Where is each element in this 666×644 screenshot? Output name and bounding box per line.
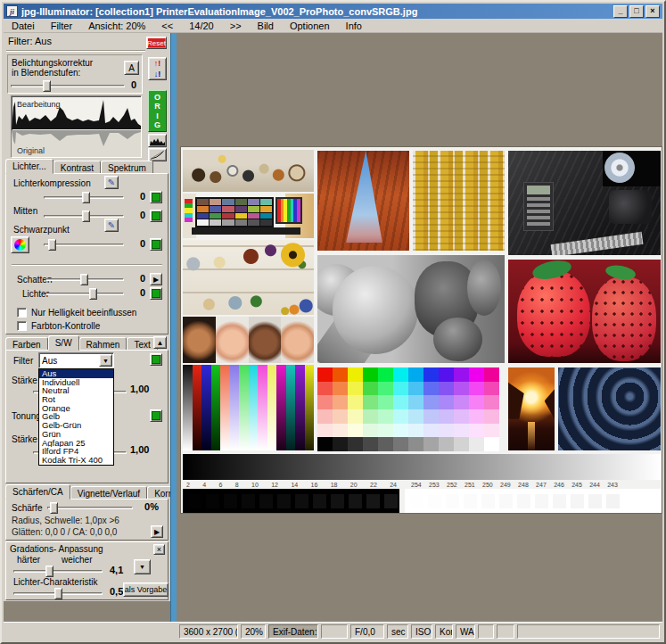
scale-number: 247 [536, 482, 547, 488]
bw-strength-value: 1,00 [130, 384, 149, 394]
blackpoint-led[interactable] [150, 238, 162, 251]
sharpen-expand-icon[interactable]: ▶ [151, 525, 163, 538]
checkbox-icon[interactable] [17, 308, 27, 318]
menu-item[interactable]: Filter [43, 20, 80, 32]
highlight-characteristic-slider[interactable] [13, 588, 103, 599]
highlight-compression-label: Lichterkompression [13, 178, 91, 188]
brightness-only-checkbox[interactable]: Nur Helligkeit beeinflussen [17, 308, 136, 318]
menu-item[interactable]: Bild [250, 20, 282, 32]
bw-filter-combobox[interactable]: Aus ▼ [38, 352, 114, 368]
highlight-compression-slider[interactable] [44, 192, 124, 203]
colorchecker-patch [235, 219, 247, 226]
dropdown-option[interactable]: Individuell [39, 378, 113, 387]
highlight-scale-numbers: 254253252251250249248247246245244243 [411, 482, 618, 488]
bw-filter-led[interactable] [150, 353, 162, 366]
color-patch [363, 382, 378, 396]
blackpoint-eyedropper-icon[interactable]: ✎ [104, 219, 119, 232]
dropdown-option[interactable]: Agfapan 25 [39, 439, 113, 448]
gradation-slider[interactable] [13, 566, 103, 577]
menu-item[interactable]: Ansicht: 20% [80, 20, 153, 32]
menu-item[interactable]: Datei [4, 20, 43, 32]
tab-kontrast[interactable]: Kontrast [53, 161, 101, 174]
dropdown-option[interactable]: Gelb [39, 412, 113, 421]
tab-lichter-[interactable]: Lichter... [5, 159, 53, 174]
tab-spektrum[interactable]: Spektrum [101, 161, 153, 174]
exposure-slider[interactable] [11, 80, 125, 92]
tab-s-w[interactable]: S/W [48, 335, 79, 351]
dropdown-option[interactable]: Orange [39, 404, 113, 413]
color-wheel-icon[interactable] [11, 236, 29, 253]
midtones-led[interactable] [150, 210, 162, 222]
gray-patch [363, 437, 378, 451]
scale-number: 243 [607, 482, 618, 488]
gradient-bar [220, 365, 230, 450]
rgb-test-card [275, 197, 302, 224]
color-patch [439, 367, 454, 382]
scale-number: 22 [370, 482, 377, 488]
compare-up-down-icon[interactable]: ↑!↓! [148, 57, 167, 80]
menu-item[interactable]: >> [222, 20, 250, 32]
title-bar[interactable]: ji jpg-Illuminator: [collection1] Printe… [4, 4, 662, 19]
tab-sch-rfen-ca[interactable]: Schärfen/CA [5, 484, 70, 500]
step-square [331, 494, 344, 508]
menu-item[interactable]: << [153, 20, 181, 32]
histogram-icon[interactable] [148, 134, 167, 147]
scale-number: 12 [271, 482, 278, 488]
shadows-expand-icon[interactable]: ▶ [150, 273, 162, 285]
scale-number: 14 [291, 482, 298, 488]
smoothing-ca-label: Glätten: 0,0 0 / CA: 0,0 0,0 [12, 527, 117, 537]
hue-control-checkbox[interactable]: Farbton-Kontrolle [17, 321, 100, 331]
as-default-button[interactable]: als Vorgabe [123, 582, 169, 597]
checkbox-icon[interactable] [17, 321, 27, 331]
highlight-compression-led[interactable] [150, 191, 162, 203]
color-patch [333, 409, 348, 424]
color-patch [454, 409, 469, 424]
sharpness-slider[interactable] [47, 502, 133, 514]
dropdown-option[interactable]: Rot [39, 395, 113, 404]
close-button[interactable]: × [645, 5, 660, 18]
blackpoint-slider[interactable] [44, 239, 124, 251]
panel-splitter[interactable] [170, 33, 177, 622]
gradation-dropdown-icon[interactable]: ▼ [134, 559, 151, 574]
scale-number: 4 [202, 482, 206, 488]
dropdown-option[interactable]: Grün [39, 430, 113, 439]
minimize-button[interactable]: _ [613, 5, 628, 18]
gradation-close-icon[interactable]: × [153, 544, 165, 555]
toning-strength-value: 1,00 [130, 444, 149, 455]
portrait-woman [183, 317, 216, 363]
dropdown-option[interactable]: Neutral [39, 386, 113, 395]
tab-farben[interactable]: Farben [5, 337, 48, 351]
camera-body [609, 190, 652, 224]
color-tab-row: FarbenS/WRahmenText [5, 335, 158, 351]
menu-item[interactable]: Optionen [282, 20, 338, 32]
colorchecker-patch [197, 219, 209, 226]
exif-data-button[interactable]: Exif-Daten: [268, 624, 318, 639]
chevron-down-icon[interactable]: ▼ [99, 354, 112, 367]
dropdown-option[interactable]: Kodak Tri-X 400 [39, 456, 113, 465]
main-body: Filter: Aus Reset Belichtungskorrektur i… [4, 33, 662, 622]
toning-led[interactable] [150, 409, 162, 422]
color-patch [348, 409, 363, 424]
scale-number: 245 [571, 482, 582, 488]
dropdown-option[interactable]: Ilford FP4 [39, 447, 113, 456]
eyedropper-icon[interactable]: ✎ [104, 176, 119, 189]
status-extra-2 [497, 624, 514, 639]
menu-item[interactable]: Info [338, 20, 370, 32]
bw-filter-dropdown-list[interactable]: AusIndividuellNeutralRotOrangeGelbGelb-G… [38, 368, 114, 466]
orig-button[interactable]: ORIG [148, 90, 167, 132]
tab-vignette-verlauf[interactable]: Vignette/Verlauf [70, 486, 147, 500]
dropdown-option[interactable]: Aus [39, 369, 113, 378]
dropdown-option[interactable]: Gelb-Grün [39, 421, 113, 430]
maximize-button[interactable]: □ [629, 5, 644, 18]
highlights-slider[interactable] [45, 288, 124, 300]
menu-item[interactable]: 14/20 [181, 20, 222, 32]
shadows-slider[interactable] [45, 274, 124, 285]
reset-button[interactable]: Reset [146, 37, 167, 49]
tab-rahmen[interactable]: Rahmen [79, 337, 127, 351]
scroll-up-icon[interactable]: ▲ [153, 336, 167, 349]
scale-number: 18 [331, 482, 338, 488]
auto-exposure-button[interactable]: A [124, 61, 139, 75]
highlights-led[interactable] [150, 287, 162, 300]
gradient-bar [276, 365, 286, 450]
image-canvas[interactable]: 24681012141618202224 2542532522512502492… [177, 33, 662, 622]
